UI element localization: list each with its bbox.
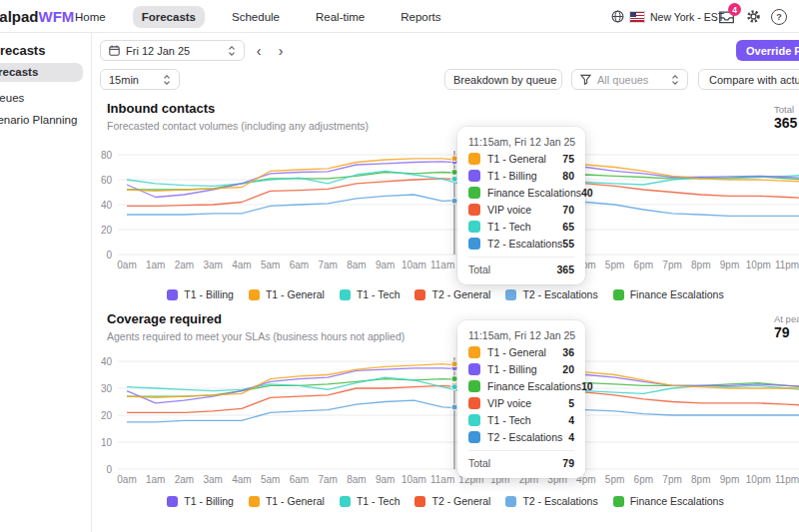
- legend-swatch-icon: [613, 496, 624, 507]
- locale-selector[interactable]: New York - EST: [611, 0, 724, 33]
- series-swatch-icon: [468, 363, 480, 375]
- legend-label: T1 - Tech: [357, 495, 400, 507]
- series-swatch-icon: [468, 397, 480, 409]
- y-tick-label: 30: [101, 383, 113, 394]
- chart2-title: Coverage required: [107, 311, 222, 326]
- x-tick-label: 5pm: [605, 474, 624, 485]
- tooltip-total-value: 365: [556, 264, 574, 275]
- sidebar-item-queues[interactable]: Queues: [0, 92, 24, 104]
- legend-label: T2 - General: [431, 288, 490, 300]
- y-tick-label: 20: [101, 225, 113, 236]
- chart1-subtitle: Forecasted contact volumes (including an…: [107, 120, 369, 132]
- locale-label: New York - EST: [650, 11, 724, 23]
- sidebar-item-forecasts-label[interactable]: Forecasts: [0, 66, 38, 78]
- question-icon: ?: [771, 9, 787, 25]
- chart2-stat-label: At peak: [774, 313, 799, 324]
- legend-item-t2-escalations[interactable]: T2 - Escalations: [505, 495, 597, 507]
- x-tick-label: 10am: [401, 260, 426, 270]
- chart1-stat-value: 365: [774, 115, 797, 131]
- legend-label: T1 - Billing: [184, 288, 234, 300]
- tooltip-rows: T1 - General36T1 - Billing20Finance Esca…: [468, 346, 574, 443]
- tooltip-row-t1-billing: T1 - Billing20: [468, 363, 574, 375]
- x-tick-label: 9am: [376, 474, 395, 485]
- legend-item-t2-general[interactable]: T2 - General: [414, 495, 490, 507]
- tooltip-row-vip-voice: VIP voice70: [468, 204, 574, 216]
- filter-funnel-icon: [580, 74, 591, 85]
- interval-select[interactable]: 15min: [100, 69, 180, 90]
- globe-icon: [611, 10, 624, 23]
- date-picker[interactable]: Fri 12 Jan 25: [100, 40, 245, 61]
- x-tick-label: 10pm: [746, 474, 771, 485]
- nav-tab-forecasts[interactable]: Forecasts: [133, 6, 205, 28]
- tooltip-row-t1-tech: T1 - Tech4: [468, 414, 574, 426]
- legend-item-t2-general[interactable]: T2 - General: [414, 288, 490, 300]
- y-tick-label: 10: [101, 437, 113, 448]
- chart1-title: Inbound contacts: [107, 101, 215, 116]
- legend-label: T2 - General: [431, 495, 490, 507]
- tooltip-rows: T1 - General75T1 - Billing80Finance Esca…: [468, 153, 574, 250]
- series-name: T1 - General: [487, 346, 562, 358]
- series-value: 4: [568, 414, 574, 426]
- tooltip-timestamp: 11:15am, Fri 12 Jan 25: [468, 136, 574, 148]
- legend-item-finance-escalations[interactable]: Finance Escalations: [613, 495, 724, 507]
- series-value: 10: [581, 380, 593, 392]
- x-tick-label: 8pm: [691, 474, 710, 485]
- legend-item-t1-billing[interactable]: T1 - Billing: [167, 495, 234, 507]
- x-tick-label: 7pm: [662, 474, 681, 485]
- legend-item-t1-billing[interactable]: T1 - Billing: [167, 288, 234, 300]
- series-swatch-icon: [468, 187, 480, 199]
- tooltip-total-row: Total 79: [468, 450, 574, 469]
- series-value: 20: [562, 363, 574, 375]
- breakdown-select[interactable]: Breakdown by queue: [444, 69, 562, 90]
- nav-tab-home[interactable]: Home: [66, 6, 115, 28]
- x-tick-label: 7am: [318, 474, 337, 485]
- help-button[interactable]: ?: [771, 9, 787, 25]
- y-tick-label: 80: [101, 150, 113, 161]
- series-value: 55: [562, 238, 574, 250]
- series-name: T1 - General: [487, 153, 562, 165]
- legend-swatch-icon: [249, 289, 260, 300]
- legend-label: T1 - General: [266, 288, 325, 300]
- x-tick-label: 11am: [430, 474, 454, 485]
- series-name: Finance Escalations: [487, 187, 581, 199]
- series-value: 4: [568, 431, 574, 443]
- x-tick-label: 9am: [376, 260, 395, 270]
- legend-item-finance-escalations[interactable]: Finance Escalations: [613, 288, 724, 300]
- override-forecast-button[interactable]: Override Forecast: [736, 40, 799, 61]
- x-tick-label: 0am: [117, 260, 136, 270]
- series-swatch-icon: [468, 431, 480, 443]
- nav-tab-reports[interactable]: Reports: [392, 6, 449, 28]
- next-day-button[interactable]: ›: [272, 40, 290, 61]
- chart1-tooltip: 11:15am, Fri 12 Jan 25 T1 - General75T1 …: [457, 127, 585, 284]
- x-tick-label: 11am: [430, 260, 454, 270]
- queue-filter-select[interactable]: All queues: [571, 69, 688, 90]
- prev-day-button[interactable]: ‹: [250, 40, 268, 61]
- chart-legend: T1 - BillingT1 - GeneralT1 - TechT2 - Ge…: [92, 288, 799, 300]
- sidebar-item-scenario-planning[interactable]: Scenario Planning: [0, 114, 77, 126]
- calendar-icon: [109, 45, 120, 56]
- series-swatch-icon: [468, 346, 480, 358]
- series-swatch-icon: [468, 204, 480, 216]
- queue-filter-value: All queues: [597, 74, 648, 86]
- chart2-stat-value: 79: [774, 324, 790, 340]
- x-tick-label: 9pm: [720, 260, 739, 270]
- series-value: 75: [562, 153, 574, 165]
- series-value: 65: [562, 221, 574, 233]
- legend-item-t1-general[interactable]: T1 - General: [249, 288, 325, 300]
- logo-text: dialpad: [0, 8, 39, 25]
- x-tick-label: 6am: [290, 260, 309, 270]
- series-value: 36: [562, 346, 574, 358]
- legend-item-t1-tech[interactable]: T1 - Tech: [340, 288, 400, 300]
- settings-button[interactable]: [746, 9, 761, 28]
- nav-tab-schedule[interactable]: Schedule: [223, 6, 289, 28]
- compare-with-actuals-button[interactable]: Compare with actuals: [698, 69, 799, 90]
- top-nav: HomeForecastsScheduleReal-timeReports: [66, 0, 450, 33]
- tooltip-row-vip-voice: VIP voice5: [468, 397, 574, 409]
- x-tick-label: 1am: [146, 260, 165, 270]
- stepper-icon: [671, 74, 679, 86]
- legend-item-t2-escalations[interactable]: T2 - Escalations: [505, 288, 597, 300]
- nav-tab-real-time[interactable]: Real-time: [307, 6, 374, 28]
- legend-item-t1-tech[interactable]: T1 - Tech: [340, 495, 400, 507]
- legend-item-t1-general[interactable]: T1 - General: [249, 495, 325, 507]
- tooltip-row-t1-general: T1 - General75: [468, 153, 574, 165]
